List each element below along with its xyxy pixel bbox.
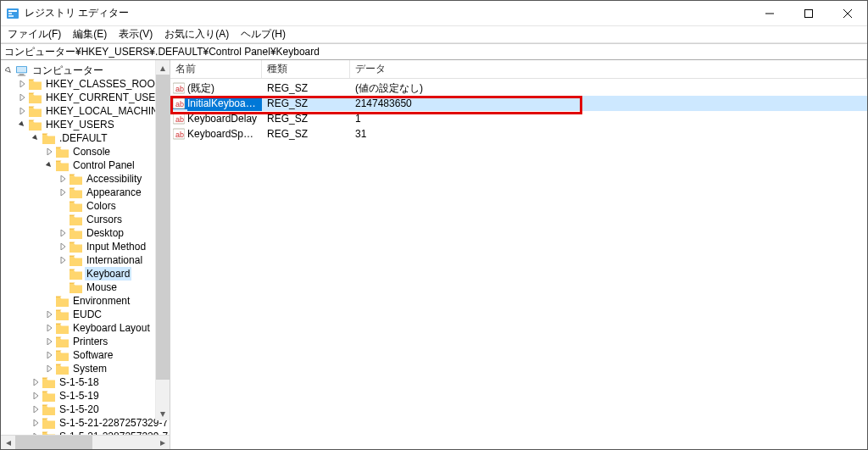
tree-vertical-scrollbar[interactable]: ▴ ▾	[155, 60, 170, 420]
value-row[interactable]: ab (既定) REG_SZ (値の設定なし)	[170, 81, 867, 96]
svg-rect-5	[805, 9, 813, 17]
tree-node-default[interactable]: .DEFAULT	[58, 131, 108, 145]
expand-icon[interactable]	[30, 417, 42, 429]
value-row[interactable]: ab InitialKeyboardIn... REG_SZ 214748365…	[170, 96, 867, 111]
tree-node-mouse[interactable]: Mouse	[85, 281, 119, 294]
collapse-icon[interactable]	[30, 132, 42, 144]
expand-icon[interactable]	[57, 254, 69, 266]
expand-icon[interactable]	[43, 336, 55, 347]
tree-node-console[interactable]: Console	[71, 145, 112, 158]
tree-node-sid[interactable]: S-1-5-21-2287257329-7	[58, 430, 170, 435]
folder-icon	[42, 389, 55, 403]
tree-node-hkcu[interactable]: HKEY_CURRENT_USER	[44, 91, 164, 104]
expand-icon[interactable]	[57, 241, 69, 253]
address-bar[interactable]: コンピューター¥HKEY_USERS¥.DEFAULT¥Control Pane…	[1, 43, 867, 60]
value-name: KeyboardSpeed	[187, 126, 262, 142]
tree-node-desktop[interactable]: Desktop	[85, 226, 125, 240]
folder-icon	[42, 416, 55, 430]
address-path: コンピューター¥HKEY_USERS¥.DEFAULT¥Control Pane…	[4, 45, 864, 59]
expand-icon[interactable]	[16, 78, 28, 90]
menu-file[interactable]: ファイル(F)	[3, 26, 68, 42]
tree-node-keyboard[interactable]: Keyboard	[85, 267, 131, 281]
expand-icon[interactable]	[43, 363, 55, 375]
folder-icon	[55, 158, 69, 172]
svg-rect-1	[8, 10, 17, 12]
tree-node-control-panel[interactable]: Control Panel	[71, 158, 136, 172]
menu-view[interactable]: 表示(V)	[114, 26, 159, 42]
svg-rect-2	[8, 13, 12, 14]
svg-rect-11	[17, 75, 25, 75]
tree-node-hkcr[interactable]: HKEY_CLASSES_ROOT	[44, 77, 163, 91]
expand-icon[interactable]	[30, 431, 42, 435]
close-button[interactable]	[828, 1, 867, 25]
folder-icon	[42, 131, 55, 145]
scroll-right-icon[interactable]: ▸	[155, 436, 170, 449]
expand-icon[interactable]	[30, 390, 42, 402]
column-data[interactable]: データ	[350, 60, 867, 78]
scroll-down-icon[interactable]: ▾	[156, 406, 170, 420]
tree-node-colors[interactable]: Colors	[85, 199, 118, 213]
tree-pane: コンピューター HKEY_CLASSES_ROOT HKEY_CURRENT_U…	[1, 60, 170, 449]
menu-edit[interactable]: 編集(E)	[68, 26, 114, 42]
registry-tree[interactable]: コンピューター HKEY_CLASSES_ROOT HKEY_CURRENT_U…	[1, 64, 170, 435]
tree-node-appearance[interactable]: Appearance	[85, 186, 143, 199]
tree-node-input-method[interactable]: Input Method	[85, 240, 147, 253]
folder-icon	[69, 281, 82, 294]
scroll-thumb[interactable]	[15, 436, 92, 449]
tree-node-cursors[interactable]: Cursors	[85, 213, 124, 226]
expand-icon[interactable]	[43, 308, 55, 320]
value-data: 31	[350, 126, 867, 142]
tree-horizontal-scrollbar[interactable]: ◂ ▸	[1, 435, 170, 449]
expand-icon[interactable]	[16, 92, 28, 103]
value-name: InitialKeyboardIn...	[187, 96, 262, 111]
value-row[interactable]: ab KeyboardSpeed REG_SZ 31	[170, 126, 867, 142]
tree-node-hklm[interactable]: HKEY_LOCAL_MACHINE	[44, 104, 167, 118]
folder-icon	[69, 186, 82, 199]
scroll-up-icon[interactable]: ▴	[156, 60, 170, 75]
svg-rect-9	[16, 66, 25, 72]
expand-icon[interactable]	[43, 349, 55, 361]
value-data: 1	[350, 111, 867, 126]
minimize-button[interactable]	[750, 1, 789, 25]
expand-icon[interactable]	[16, 105, 28, 117]
tree-node-printers[interactable]: Printers	[71, 335, 109, 348]
menu-favorites[interactable]: お気に入り(A)	[159, 26, 236, 42]
tree-node-environment[interactable]: Environment	[71, 294, 131, 308]
values-list[interactable]: ab (既定) REG_SZ (値の設定なし) ab InitialKeyboa…	[170, 79, 867, 449]
folder-icon	[28, 77, 42, 91]
folder-icon	[42, 403, 55, 416]
folder-icon	[28, 91, 42, 104]
expand-icon[interactable]	[30, 403, 42, 415]
maximize-button[interactable]	[789, 1, 828, 25]
scroll-left-icon[interactable]: ◂	[1, 436, 15, 449]
folder-icon	[69, 253, 82, 267]
expand-icon[interactable]	[30, 376, 42, 388]
expand-icon[interactable]	[57, 227, 69, 239]
value-row[interactable]: ab KeyboardDelay REG_SZ 1	[170, 111, 867, 126]
tree-node-software[interactable]: Software	[71, 348, 114, 362]
expand-icon[interactable]	[57, 173, 69, 185]
tree-node-sid[interactable]: S-1-5-21-2287257329-7	[58, 416, 170, 430]
expand-icon[interactable]	[3, 64, 14, 76]
expand-icon[interactable]	[57, 186, 69, 198]
tree-node-system[interactable]: System	[71, 362, 108, 375]
tree-node-eudc[interactable]: EUDC	[71, 308, 103, 321]
tree-node-keyboard-layout[interactable]: Keyboard Layout	[71, 321, 152, 335]
collapse-icon[interactable]	[43, 159, 55, 171]
tree-node-accessibility[interactable]: Accessibility	[85, 172, 143, 186]
tree-node-sid[interactable]: S-1-5-18	[58, 375, 101, 389]
tree-node-international[interactable]: International	[85, 253, 144, 267]
folder-icon	[55, 294, 69, 308]
column-type[interactable]: 種類	[262, 60, 350, 78]
collapse-icon[interactable]	[16, 119, 28, 131]
folder-icon	[42, 430, 55, 435]
tree-node-sid[interactable]: S-1-5-19	[58, 389, 101, 403]
tree-node-hku[interactable]: HKEY_USERS	[44, 118, 116, 131]
tree-node-sid[interactable]: S-1-5-20	[58, 403, 101, 416]
expand-icon[interactable]	[43, 322, 55, 334]
scroll-thumb[interactable]	[156, 75, 170, 380]
column-name[interactable]: 名前	[170, 60, 262, 78]
expand-icon[interactable]	[43, 146, 55, 158]
tree-node-computer[interactable]: コンピューター	[31, 64, 105, 77]
menu-help[interactable]: ヘルプ(H)	[236, 26, 292, 42]
